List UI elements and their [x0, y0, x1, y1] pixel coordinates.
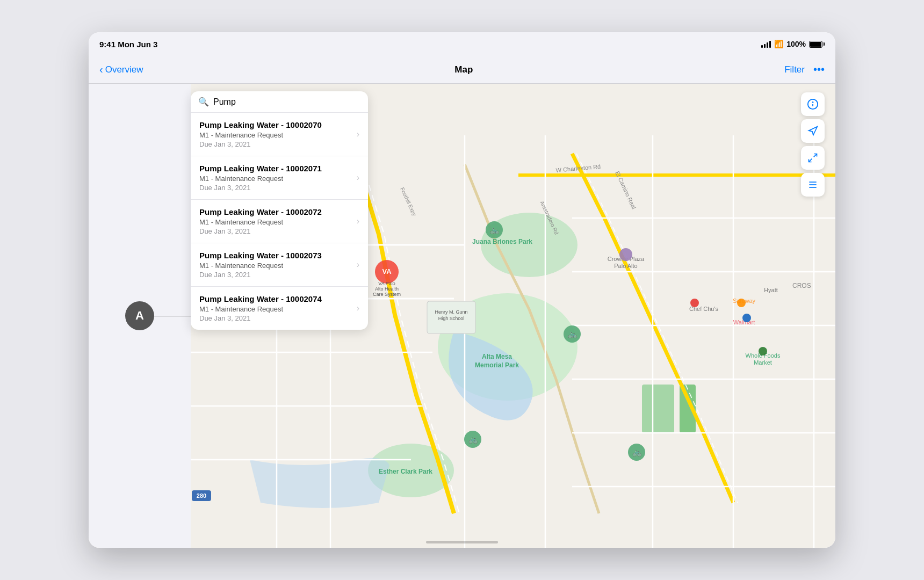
battery-percent: 100%: [786, 40, 806, 48]
chevron-right-icon: ›: [357, 216, 359, 226]
search-icon: 🔍: [198, 97, 209, 107]
svg-text:Alta Mesa: Alta Mesa: [482, 353, 512, 360]
battery-icon: [809, 41, 825, 48]
marker-label: A: [135, 309, 144, 323]
svg-text:Market: Market: [754, 359, 772, 366]
svg-text:🚲: 🚲: [568, 330, 578, 339]
status-bar: 9:41 Mon Jun 3 📶 100%: [89, 32, 835, 56]
wifi-icon: 📶: [774, 40, 783, 48]
chevron-right-icon: ›: [357, 303, 359, 313]
list-item-date: Due Jan 3, 2021: [199, 184, 352, 192]
svg-text:🚲: 🚲: [490, 226, 500, 235]
nav-bar: ‹ Overview Map Filter •••: [89, 56, 835, 84]
svg-line-69: [809, 159, 812, 162]
svg-point-41: [690, 299, 699, 307]
map-controls: [801, 92, 825, 197]
svg-text:Palo Alto: Palo Alto: [614, 263, 637, 269]
signal-icon: [761, 40, 771, 48]
svg-text:Esther Clark Park: Esther Clark Park: [379, 468, 432, 475]
device-frame: 9:41 Mon Jun 3 📶 100% ‹ Overview Map: [89, 32, 835, 548]
list-item[interactable]: Pump Leaking Water - 10002074 M1 - Maint…: [191, 287, 368, 330]
svg-text:VA: VA: [382, 267, 392, 276]
svg-text:🚲: 🚲: [468, 435, 478, 444]
list-item-title: Pump Leaking Water - 10002071: [199, 164, 352, 173]
chevron-right-icon: ›: [357, 260, 359, 270]
list-item[interactable]: Pump Leaking Water - 10002073 M1 - Maint…: [191, 243, 368, 287]
list-item-subtitle: M1 - Maintenance Request: [199, 305, 352, 313]
list-item[interactable]: Pump Leaking Water - 10002070 M1 - Maint…: [191, 113, 368, 156]
filter-button[interactable]: Filter: [784, 64, 805, 75]
chevron-right-icon: ›: [357, 173, 359, 183]
svg-text:Henry M. Gunn: Henry M. Gunn: [435, 309, 467, 315]
list-panel: 🔍 Pump Leaking Water - 10002070 M1 - Mai…: [191, 91, 368, 330]
home-indicator: [426, 541, 498, 543]
svg-point-42: [742, 314, 751, 322]
list-item-date: Due Jan 3, 2021: [199, 314, 352, 322]
svg-marker-67: [809, 127, 818, 135]
list-item-content: Pump Leaking Water - 10002071 M1 - Maint…: [199, 164, 352, 192]
layers-button[interactable]: [801, 173, 825, 197]
svg-text:CROS: CROS: [792, 282, 811, 289]
chevron-left-icon: ‹: [99, 63, 103, 76]
sidebar: A: [89, 84, 191, 548]
chevron-right-icon: ›: [357, 129, 359, 139]
list-item-subtitle: M1 - Maintenance Request: [199, 131, 352, 139]
expand-button[interactable]: [801, 146, 825, 170]
info-button[interactable]: [801, 92, 825, 116]
more-button[interactable]: •••: [813, 63, 825, 76]
list-item-date: Due Jan 3, 2021: [199, 227, 352, 235]
search-input[interactable]: [213, 97, 360, 107]
list-item-content: Pump Leaking Water - 10002072 M1 - Maint…: [199, 207, 352, 235]
list-item-content: Pump Leaking Water - 10002070 M1 - Maint…: [199, 120, 352, 148]
svg-line-68: [814, 154, 817, 157]
svg-text:Memorial Park: Memorial Park: [475, 361, 519, 369]
status-icons: 📶 100%: [761, 40, 825, 48]
svg-rect-4: [642, 385, 674, 433]
list-item-title: Pump Leaking Water - 10002072: [199, 207, 352, 216]
svg-point-43: [737, 299, 746, 307]
back-button[interactable]: ‹ Overview: [99, 63, 143, 76]
navigate-button[interactable]: [801, 119, 825, 143]
list-item-subtitle: M1 - Maintenance Request: [199, 262, 352, 270]
list-item-title: Pump Leaking Water - 10002073: [199, 251, 352, 260]
nav-actions: Filter •••: [784, 63, 825, 76]
svg-text:High School: High School: [438, 316, 465, 321]
svg-text:Juana Briones Park: Juana Briones Park: [472, 238, 532, 245]
list-item-date: Due Jan 3, 2021: [199, 271, 352, 279]
list-item-content: Pump Leaking Water - 10002074 M1 - Maint…: [199, 294, 352, 322]
svg-text:280: 280: [197, 492, 206, 499]
list-item-subtitle: M1 - Maintenance Request: [199, 175, 352, 183]
back-label: Overview: [105, 64, 143, 75]
list-item-title: Pump Leaking Water - 10002074: [199, 294, 352, 303]
list-item[interactable]: Pump Leaking Water - 10002071 M1 - Maint…: [191, 156, 368, 200]
svg-text:Hyatt: Hyatt: [764, 287, 778, 293]
list-item[interactable]: Pump Leaking Water - 10002072 M1 - Maint…: [191, 200, 368, 243]
list-item-content: Pump Leaking Water - 10002073 M1 - Maint…: [199, 251, 352, 279]
list-item-title: Pump Leaking Water - 10002070: [199, 120, 352, 129]
svg-point-40: [619, 248, 632, 261]
status-time: 9:41 Mon Jun 3: [99, 40, 157, 49]
list-item-subtitle: M1 - Maintenance Request: [199, 218, 352, 226]
svg-point-44: [759, 347, 767, 356]
list-item-date: Due Jan 3, 2021: [199, 140, 352, 148]
svg-text:Alto Health: Alto Health: [375, 286, 399, 292]
search-bar: 🔍: [191, 91, 368, 113]
svg-text:Care System: Care System: [373, 292, 401, 297]
page-title: Map: [454, 64, 473, 75]
svg-text:VA Palo: VA Palo: [378, 281, 395, 286]
svg-text:🚲: 🚲: [632, 448, 642, 457]
map-marker-a[interactable]: A: [125, 301, 154, 330]
